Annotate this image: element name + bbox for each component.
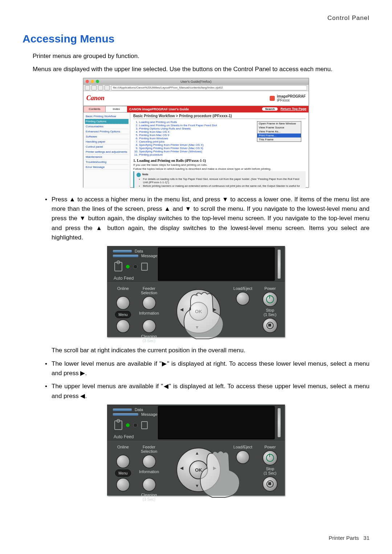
lcd-message-label: Message — [141, 254, 158, 258]
cleaning-label: Cleaning (3 Sec) — [141, 493, 157, 501]
menu-button[interactable] — [116, 319, 130, 333]
cleaning-label: Cleaning (3 Sec) — [141, 334, 157, 343]
menu-label-badge: Menu — [115, 469, 131, 477]
ink-icon — [114, 420, 122, 430]
power-icon — [266, 295, 274, 303]
context-menu-item: View Frame Source — [257, 126, 301, 130]
sheet-icon — [141, 263, 148, 271]
stop-button[interactable] — [262, 318, 278, 333]
led-green-icon — [126, 265, 130, 268]
information-button[interactable] — [142, 319, 156, 333]
browser-toolbar: file:///Applications/Canon%20Utilities/L… — [83, 85, 309, 91]
lcd-data-label: Data — [135, 249, 143, 253]
information-button[interactable] — [142, 478, 156, 492]
navigation-pad[interactable]: OK ▲ ▼ ◀ ▶ — [174, 446, 221, 493]
scroll-bar-indicator — [278, 408, 281, 437]
tab-contents: Contents — [83, 106, 105, 112]
control-panel-illustration: Data Message Auto Feed Online Feeder Sel… — [107, 246, 285, 337]
intro-text-1: Printer menus are grouped by function. — [33, 52, 369, 61]
intro-text-2: Menus are displayed with the upper line … — [33, 65, 369, 74]
load-eject-button[interactable] — [236, 450, 250, 464]
note-item: Before printing banners or making an ext… — [143, 184, 303, 188]
search-button: Search — [262, 107, 278, 111]
brand-icon — [270, 96, 275, 101]
context-menu-item: This Frame — [257, 138, 301, 141]
brand-line1: imagePROGRAF — [277, 94, 306, 98]
section-heading: 1. Loading and Printing on Rolls (iPFxxx… — [133, 159, 306, 163]
feeder-button[interactable] — [142, 296, 156, 310]
lcd-screen — [158, 406, 275, 439]
right-arrow-icon[interactable]: ▶ — [213, 307, 216, 312]
down-arrow-icon[interactable]: ▼ — [195, 483, 199, 488]
up-arrow-icon[interactable]: ▲ — [195, 292, 199, 297]
guide-title: CANON imagePROGRAF User's Guide — [129, 107, 189, 111]
feeder-button[interactable] — [142, 455, 156, 468]
url-field: file:///Applications/Canon%20Utilities/L… — [111, 85, 307, 90]
navigation-pad[interactable]: OK ▲ ▼ ◀ ▶ — [174, 287, 221, 334]
feeder-label: Feeder Selection — [141, 445, 157, 454]
stop-label: Stop (1 Sec) — [264, 308, 276, 317]
stop-label: Stop (1 Sec) — [264, 467, 276, 475]
content-link: Specifying Printing from Printer Driver … — [139, 143, 306, 147]
down-arrow-icon[interactable]: ▼ — [195, 325, 199, 330]
sidebar-item: Maintenance — [85, 155, 128, 160]
power-button[interactable] — [262, 292, 278, 307]
lcd-screen — [158, 247, 275, 281]
sidebar-item: Troubleshooting — [85, 160, 128, 165]
sidebar-item: Printing Options — [85, 119, 128, 124]
reload-icon — [98, 85, 103, 90]
lcd-data-label: Data — [135, 407, 143, 412]
sidebar-item: Consumables — [85, 124, 128, 129]
sidebar-item: Basic Printing Workflow — [85, 114, 128, 119]
load-eject-label: Load/Eject — [233, 445, 252, 449]
breadcrumb: Basic Printing Workflow > Printing proce… — [133, 114, 306, 119]
page-title: Accessing Menus — [23, 33, 369, 45]
stop-icon — [266, 322, 274, 329]
sidebar-item: Control panel — [85, 144, 128, 149]
context-menu-item: Open Frame in New Window — [257, 122, 301, 126]
menu-button[interactable] — [116, 478, 130, 492]
power-button[interactable] — [262, 450, 278, 465]
information-label: Information — [139, 311, 159, 318]
ink-status — [114, 420, 148, 430]
ok-button[interactable]: OK — [189, 460, 208, 479]
guide-header: Canon imagePROGRAF iPFxxxx — [83, 91, 309, 106]
led-off-icon — [133, 423, 138, 427]
led-green-icon — [126, 423, 130, 427]
return-top-link: Return Top Page — [281, 107, 306, 111]
note-icon — [136, 173, 141, 177]
sidebar-item: Error Message — [85, 165, 128, 170]
load-eject-button[interactable] — [236, 292, 250, 305]
online-label: Online — [117, 286, 129, 295]
content-link: Specifying Printing from Printer Driver … — [139, 147, 306, 150]
led-off-icon — [133, 264, 138, 269]
online-button[interactable] — [116, 455, 130, 468]
lcd-message-label: Message — [141, 412, 158, 416]
content-link: Printing procedure — [139, 153, 306, 156]
auto-feed-label: Auto Feed — [114, 434, 134, 439]
ink-status — [114, 262, 148, 271]
content-link: Specifying Printing from Printer Driver … — [139, 150, 306, 153]
online-label: Online — [117, 445, 129, 454]
up-arrow-icon[interactable]: ▲ — [195, 451, 199, 456]
tab-index: Index — [105, 106, 127, 112]
right-arrow-icon[interactable]: ▶ — [213, 465, 216, 471]
page-footer: Printer Parts 31 — [328, 535, 369, 541]
menu-label-badge: Menu — [115, 311, 131, 318]
stop-button[interactable] — [262, 476, 278, 492]
information-label: Information — [139, 469, 159, 477]
section-text: If you use the basic steps for loading a… — [133, 163, 306, 167]
sidebar-item: Handling paper — [85, 139, 128, 144]
ink-icon — [114, 262, 122, 271]
sidebar-item: Printer settings and adjustments — [85, 149, 128, 155]
left-arrow-icon[interactable]: ◀ — [180, 307, 183, 312]
content-area: Basic Printing Workflow > Printing proce… — [130, 112, 309, 188]
forward-icon — [91, 85, 97, 90]
power-label: Power — [264, 286, 275, 291]
online-button[interactable] — [116, 296, 130, 310]
page-section-header: Control Panel — [23, 15, 369, 22]
lcd-indicator: Data Message — [113, 407, 158, 416]
left-arrow-icon[interactable]: ◀ — [180, 465, 183, 471]
context-menu-item: Print Frame... — [257, 134, 301, 138]
brand-line2: iPFxxxx — [277, 98, 290, 102]
